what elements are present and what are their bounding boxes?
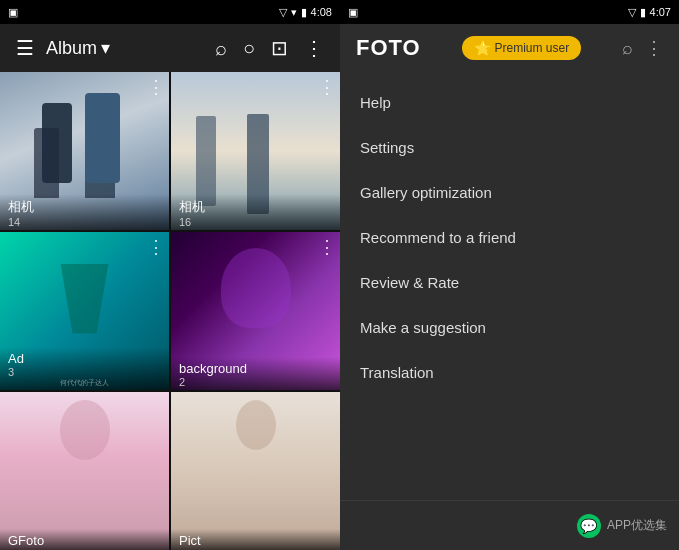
left-panel: ▣ ▽ ▾ ▮ 4:08 ☰ Album ▾ ⌕ ○ ⊡ ⋮ ⋮ 相机 14	[0, 0, 340, 550]
item-name-5: Pict	[179, 533, 332, 548]
search-icon[interactable]: ⌕	[211, 33, 231, 64]
grid-item-2[interactable]: ⋮ Ad 3 何代代的子达人	[0, 232, 169, 390]
item-name-0: 相机	[8, 198, 161, 216]
battery-icon: ▮	[301, 6, 307, 19]
right-battery-icon: ▮	[640, 6, 646, 19]
premium-label: Premium user	[495, 41, 570, 55]
status-bar-left: ▣ ▽ ▾ ▮ 4:08	[0, 0, 340, 24]
grid-item-4[interactable]: ⋮ GFoto	[0, 392, 169, 550]
app-logo: FOTO	[356, 35, 421, 61]
menu-label-settings: Settings	[360, 139, 414, 156]
item-more-2[interactable]: ⋮	[147, 236, 165, 258]
menu-label-review-rate: Review & Rate	[360, 274, 459, 291]
item-label-2: Ad 3 何代代的子达人	[0, 347, 169, 390]
drawer-header: FOTO ⭐ Premium user ⌕ ⋮	[340, 24, 679, 72]
menu-label-translation: Translation	[360, 364, 434, 381]
circle-icon[interactable]: ○	[239, 33, 259, 64]
menu-label-gallery-optimization: Gallery optimization	[360, 184, 492, 201]
item-label-5: Pict	[171, 529, 340, 550]
top-bar: ☰ Album ▾ ⌕ ○ ⊡ ⋮	[0, 24, 340, 72]
menu-item-recommend[interactable]: Recommend to a friend	[340, 215, 679, 260]
menu-item-help[interactable]: Help	[340, 80, 679, 125]
folder-icon[interactable]: ⊡	[267, 32, 292, 64]
left-status-left-icon: ▣	[8, 6, 18, 19]
item-name-1: 相机	[179, 198, 332, 216]
item-count-1: 16	[179, 216, 332, 228]
menu-label-recommend: Recommend to a friend	[360, 229, 516, 246]
status-time-right: 4:07	[650, 6, 671, 18]
more-icon[interactable]: ⋮	[300, 32, 328, 64]
item-label-3: background 2	[171, 357, 340, 390]
album-dropdown[interactable]: Album ▾	[46, 37, 110, 59]
menu-icon[interactable]: ☰	[12, 32, 38, 64]
footer-badge-text: APP优选集	[607, 517, 667, 534]
menu-item-review-rate[interactable]: Review & Rate	[340, 260, 679, 305]
right-wifi-icon: ▽	[628, 6, 636, 19]
item-count-0: 14	[8, 216, 161, 228]
photo-grid: ⋮ 相机 14 ⋮ 相机 16 ⋮ Ad 3 何代代的子达人	[0, 72, 340, 550]
item-more-3[interactable]: ⋮	[318, 236, 336, 258]
drawer-footer: 💬 APP优选集	[340, 500, 679, 550]
grid-item-3[interactable]: ⋮ background 2	[171, 232, 340, 390]
watermark-2: 何代代的子达人	[8, 378, 161, 388]
status-time-left: 4:08	[311, 6, 332, 18]
item-label-4: GFoto	[0, 529, 169, 550]
item-name-3: background	[179, 361, 332, 376]
drawer-search-icon[interactable]: ⌕	[622, 38, 633, 59]
wechat-icon: 💬	[577, 514, 601, 538]
menu-label-suggestion: Make a suggestion	[360, 319, 486, 336]
item-name-4: GFoto	[8, 533, 161, 548]
menu-item-gallery-optimization[interactable]: Gallery optimization	[340, 170, 679, 215]
menu-label-help: Help	[360, 94, 391, 111]
wechat-badge: 💬 APP优选集	[577, 514, 667, 538]
drawer-more-icon[interactable]: ⋮	[645, 37, 663, 59]
item-label-1: 相机 16	[171, 194, 340, 230]
item-count-2: 3	[8, 366, 161, 378]
grid-item-1[interactable]: ⋮ 相机 16	[171, 72, 340, 230]
menu-item-translation[interactable]: Translation	[340, 350, 679, 395]
premium-button[interactable]: ⭐ Premium user	[462, 36, 582, 60]
item-more-0[interactable]: ⋮	[147, 76, 165, 98]
item-name-2: Ad	[8, 351, 161, 366]
premium-icon: ⭐	[474, 40, 491, 56]
item-label-0: 相机 14	[0, 194, 169, 230]
signal-icon: ▽	[279, 6, 287, 19]
item-count-3: 2	[179, 376, 332, 388]
menu-item-settings[interactable]: Settings	[340, 125, 679, 170]
item-more-1[interactable]: ⋮	[318, 76, 336, 98]
grid-item-5[interactable]: ⋮ Pict	[171, 392, 340, 550]
right-status-left-icon: ▣	[348, 6, 358, 19]
drawer-header-icons: ⌕ ⋮	[622, 37, 663, 59]
dropdown-icon: ▾	[101, 37, 110, 59]
drawer-panel: ▣ ▽ ▮ 4:07 FOTO ⭐ Premium user ⌕ ⋮ Help …	[340, 0, 679, 550]
menu-item-suggestion[interactable]: Make a suggestion	[340, 305, 679, 350]
status-bar-right: ▣ ▽ ▮ 4:07	[340, 0, 679, 24]
menu-list: Help Settings Gallery optimization Recom…	[340, 72, 679, 500]
wifi-icon: ▾	[291, 6, 297, 19]
album-title: Album	[46, 38, 97, 59]
grid-item-0[interactable]: ⋮ 相机 14	[0, 72, 169, 230]
